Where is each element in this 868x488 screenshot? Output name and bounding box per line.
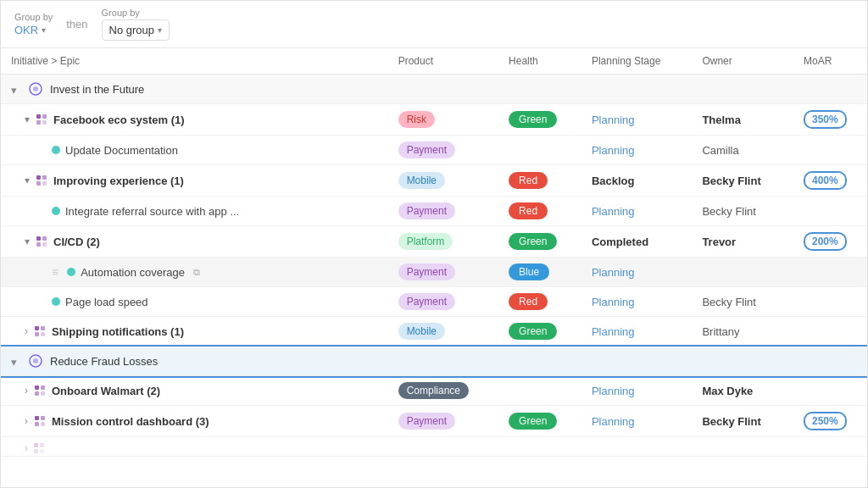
dot-icon-0-2-1 xyxy=(52,297,60,306)
child-health-0-2-0: Blue xyxy=(498,258,581,287)
initiative-row-0-0: ▾ Facebook eco system (1) Risk Green Pla… xyxy=(1,104,867,136)
owner-name: Brittany xyxy=(702,325,739,338)
initiative-planning-0-3[interactable]: Planning xyxy=(581,317,692,347)
child-planning-stage[interactable]: Planning xyxy=(592,266,635,279)
goal-icon-0 xyxy=(28,81,43,97)
drag-handle-icon[interactable]: ≡ xyxy=(52,265,58,279)
child-moar-0-1-0 xyxy=(793,197,867,226)
svg-rect-3 xyxy=(42,114,47,119)
initiative-product-0-0: Risk xyxy=(388,104,498,136)
child-product-0-1-0: Payment xyxy=(388,197,498,226)
child-planning-stage[interactable]: Planning xyxy=(592,144,635,157)
initiative-product-0-2: Platform xyxy=(388,226,498,258)
svg-rect-12 xyxy=(36,242,41,247)
owner-name: Becky Flint xyxy=(702,415,760,428)
group-by-dropdown-2[interactable]: No group ▾ xyxy=(102,19,170,41)
initiative-content-0-3: › Shipping notifications (1) xyxy=(25,324,378,338)
planning-stage[interactable]: Planning xyxy=(592,385,635,397)
planning-stage[interactable]: Planning xyxy=(592,325,635,338)
epic-icon-0-3 xyxy=(33,324,47,338)
group-by-value-1: OKR xyxy=(14,24,38,36)
planning-stage[interactable]: Planning xyxy=(592,114,635,126)
chevron-0-3[interactable]: › xyxy=(25,325,28,337)
collapse-icon-0[interactable]: ▾ xyxy=(11,84,21,94)
owner-name: Trevor xyxy=(702,236,736,248)
planning-stage: Backlog xyxy=(592,175,635,187)
health-badge: Green xyxy=(509,233,557,250)
initiative-planning-0-0[interactable]: Planning xyxy=(581,104,692,136)
child-health-badge: Red xyxy=(509,293,548,310)
child-name-cell-0-2-0: ≡ Automation coverage ⧉ xyxy=(1,258,388,287)
initiative-moar-0-3 xyxy=(793,317,867,347)
svg-rect-26 xyxy=(35,422,39,426)
group-by-label-1: Group by xyxy=(14,12,53,22)
table-container: Initiative > Epic Product Health Plannin… xyxy=(1,48,867,487)
child-row-0-1-0: Integrate referral source with app ... P… xyxy=(1,197,867,226)
health-badge: Green xyxy=(509,413,557,430)
initiative-name-cell-0-3: › Shipping notifications (1) xyxy=(1,317,388,347)
chevron-1-1[interactable]: › xyxy=(25,415,28,427)
initiative-name-cell-1-0: › Onboard Walmart (2) xyxy=(1,376,388,406)
external-link-icon[interactable]: ⧉ xyxy=(193,267,200,278)
child-planning-stage[interactable]: Planning xyxy=(592,205,635,218)
initiative-planning-1-0[interactable]: Planning xyxy=(581,376,692,406)
child-row-0-0-0: Update Documentation Payment Planning Ca… xyxy=(1,136,867,165)
col-header-initiative: Initiative > Epic xyxy=(1,48,388,75)
child-planning-0-2-0[interactable]: Planning xyxy=(581,258,692,287)
col-header-health: Health xyxy=(498,48,581,75)
child-planning-stage[interactable]: Planning xyxy=(592,296,635,308)
initiative-row-0-2: ▾ CI/CD (2) Platform Green Completed Tre… xyxy=(1,226,867,258)
group-by-section-1: Group by OKR ▾ xyxy=(14,12,53,36)
partial-row-cell: › xyxy=(1,437,867,457)
moar-badge: 350% xyxy=(804,110,847,129)
epic-icon-1-0 xyxy=(33,384,47,397)
child-product-badge: Payment xyxy=(398,263,455,280)
initiative-health-0-2: Green xyxy=(498,226,581,258)
child-planning-0-2-1[interactable]: Planning xyxy=(581,287,692,317)
initiative-health-0-3: Green xyxy=(498,317,581,347)
child-owner-name: Camilla xyxy=(702,144,738,157)
svg-rect-4 xyxy=(36,120,41,125)
initiative-content-0-1: ▾ Improving experience (1) xyxy=(25,174,378,187)
group-by-dropdown-1[interactable]: OKR ▾ xyxy=(14,24,53,36)
initiative-name-0-1: Improving experience (1) xyxy=(53,175,184,187)
initiative-name-1-0: Onboard Walmart (2) xyxy=(52,385,160,397)
initiative-name-cell-1-1: › Mission control dashboard (3) xyxy=(1,406,388,437)
chevron-0-2[interactable]: ▾ xyxy=(25,236,30,247)
initiative-content-0-0: ▾ Facebook eco system (1) xyxy=(25,113,378,126)
product-badge: Mobile xyxy=(398,172,445,189)
health-badge: Green xyxy=(509,111,557,128)
initiative-content-0-2: ▾ CI/CD (2) xyxy=(25,235,378,248)
chevron-1-0[interactable]: › xyxy=(25,385,28,396)
child-moar-0-2-1 xyxy=(793,287,867,317)
initiative-planning-1-1[interactable]: Planning xyxy=(581,406,692,437)
group-by-section-2: Group by No group ▾ xyxy=(102,8,170,41)
initiative-owner-0-1: Becky Flint xyxy=(692,165,793,197)
child-product-0-0-0: Payment xyxy=(388,136,498,165)
planning-stage[interactable]: Planning xyxy=(592,415,635,428)
initiative-row-0-3: › Shipping notifications (1) Mobile Gree… xyxy=(1,317,867,347)
child-content-0-0-0: Update Documentation xyxy=(52,144,378,157)
collapse-icon-1[interactable]: ▾ xyxy=(11,356,21,366)
svg-rect-31 xyxy=(40,449,44,453)
svg-rect-25 xyxy=(41,416,45,420)
moar-badge: 250% xyxy=(804,412,847,430)
initiative-planning-0-1: Backlog xyxy=(581,165,692,197)
child-name-0-0-0: Update Documentation xyxy=(65,144,178,157)
initiative-product-0-1: Mobile xyxy=(388,165,498,197)
chevron-0-1[interactable]: ▾ xyxy=(25,175,30,186)
initiative-owner-0-2: Trevor xyxy=(692,226,793,258)
initiative-moar-1-1: 250% xyxy=(793,406,867,437)
child-planning-0-1-0[interactable]: Planning xyxy=(581,197,692,226)
main-table: Initiative > Epic Product Health Plannin… xyxy=(1,48,867,457)
svg-rect-20 xyxy=(35,385,39,390)
group-name-1: Reduce Fraud Losses xyxy=(50,355,158,368)
child-content-0-2-0: ≡ Automation coverage ⧉ xyxy=(52,265,378,279)
chevron-0-0[interactable]: ▾ xyxy=(25,114,30,125)
group-header-content-0: ▾ Invest in the Future xyxy=(11,81,857,97)
svg-rect-8 xyxy=(36,181,41,186)
initiative-name-cell-0-1: ▾ Improving experience (1) xyxy=(1,165,388,197)
initiative-name-0-0: Facebook eco system (1) xyxy=(53,114,185,126)
child-name-cell-0-2-1: Page load speed xyxy=(1,287,388,317)
child-planning-0-0-0[interactable]: Planning xyxy=(581,136,692,165)
